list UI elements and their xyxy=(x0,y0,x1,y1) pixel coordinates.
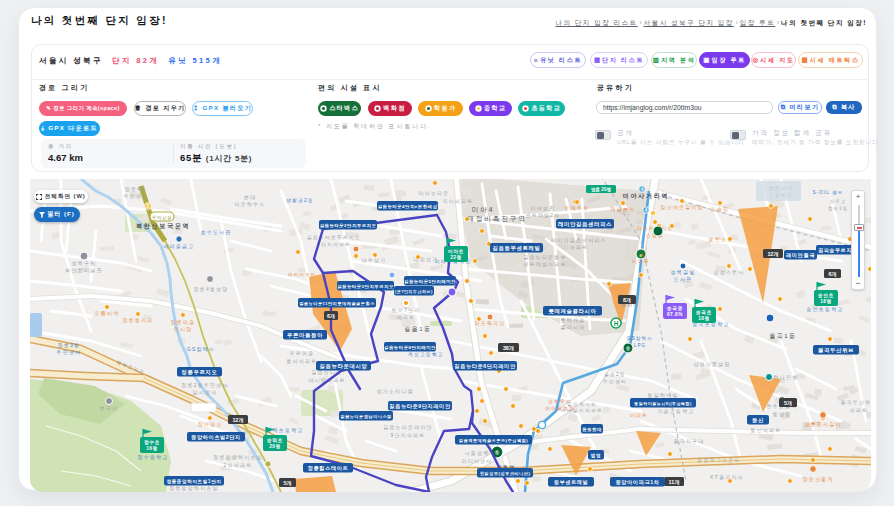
svg-text:길음동부센트레빌: 길음동부센트레빌 xyxy=(493,245,541,252)
svg-text:중앙하이츠빌2단지: 중앙하이츠빌2단지 xyxy=(191,434,241,441)
svg-text:길음뉴타운푸르지오: 길음뉴타운푸르지오 xyxy=(307,235,361,240)
svg-text:대우상가: 대우상가 xyxy=(362,257,387,263)
svg-text:아파트: 아파트 xyxy=(570,244,589,250)
svg-text:이마트: 이마트 xyxy=(630,412,649,418)
svg-text:북한산보국문역: 북한산보국문역 xyxy=(136,222,191,230)
svg-text:성가소비니엘: 성가소비니엘 xyxy=(376,388,413,395)
svg-text:잘산애운갈비집: 잘산애운갈비집 xyxy=(660,204,703,210)
svg-text:중앙아이파크1차: 중앙아이파크1차 xyxy=(616,479,660,486)
svg-text:서울성북: 서울성북 xyxy=(465,450,490,457)
svg-text:미아4: 미아4 xyxy=(472,206,494,213)
svg-text:주민센터: 주민센터 xyxy=(57,349,82,355)
svg-text:정릉마을: 정릉마을 xyxy=(171,319,196,326)
svg-text:38개: 38개 xyxy=(503,345,514,352)
svg-text:정릉힐스테이트: 정릉힐스테이트 xyxy=(307,465,349,472)
svg-text:정릉중앙하이츠빌: 정릉중앙하이츠빌 xyxy=(213,454,263,461)
svg-text:우이신설: 우이신설 xyxy=(152,215,172,220)
svg-text:길음1동: 길음1동 xyxy=(404,326,431,332)
svg-text:재정비촉진구역: 재정비촉진구역 xyxy=(466,215,526,222)
svg-text:6개: 6개 xyxy=(327,313,335,320)
svg-text:9단지아파트: 9단지아파트 xyxy=(391,432,426,438)
svg-text:®: ® xyxy=(626,346,630,352)
svg-text:삼양식품빌딩: 삼양식품빌딩 xyxy=(693,361,730,368)
svg-text:길음뉴타운동부: 길음뉴타운동부 xyxy=(523,254,566,260)
svg-text:GS칼텍스: GS칼텍스 xyxy=(627,336,653,341)
svg-text:월곡두산위브: 월곡두산위브 xyxy=(818,347,854,354)
svg-text:미아사거리역: 미아사거리역 xyxy=(623,192,670,200)
svg-text:정릉중앙하이츠빌: 정릉중앙하이츠빌 xyxy=(169,485,219,492)
svg-text:푸른마을동아: 푸른마을동아 xyxy=(287,332,323,339)
svg-text:푸르마을: 푸르마을 xyxy=(290,350,315,356)
svg-text:동신아파트: 동신아파트 xyxy=(751,427,782,433)
svg-text:길음뉴타운9단지래미안: 길음뉴타운9단지래미안 xyxy=(389,403,451,410)
svg-text:포틀리에: 포틀리에 xyxy=(95,310,120,316)
svg-text:11개: 11개 xyxy=(669,479,680,486)
svg-text:6개: 6개 xyxy=(828,271,836,278)
svg-text:봉국사: 봉국사 xyxy=(100,405,119,411)
svg-text:2단지아파트: 2단지아파트 xyxy=(317,242,351,247)
svg-text:생활권2동: 생활권2동 xyxy=(286,198,314,203)
svg-text:정릉3동: 정릉3동 xyxy=(58,342,81,349)
svg-text:정릉4동: 정릉4동 xyxy=(125,186,148,193)
svg-text:길음뉴타운대시앙: 길음뉴타운대시앙 xyxy=(320,363,368,370)
svg-text:미아뉴타운: 미아뉴타운 xyxy=(419,190,450,196)
svg-text:길음뉴타운6단지래미안: 길음뉴타운6단지래미안 xyxy=(454,363,516,370)
svg-text:정위1동: 정위1동 xyxy=(828,206,849,211)
svg-text:청수도서관: 청수도서관 xyxy=(201,229,232,236)
svg-text:12개: 12개 xyxy=(232,417,243,424)
svg-text:하나은행: 하나은행 xyxy=(774,374,799,381)
svg-text:장윤산꽃게: 장윤산꽃게 xyxy=(803,476,834,482)
svg-text:5개: 5개 xyxy=(784,400,792,407)
svg-text:천주교: 천주교 xyxy=(829,199,846,204)
svg-text:최만린미술관: 최만린미술관 xyxy=(65,267,102,273)
svg-text:KT월곡지사: KT월곡지사 xyxy=(710,474,744,480)
svg-text:67.8%: 67.8% xyxy=(667,312,683,317)
svg-text:파리바게뜨: 파리바게뜨 xyxy=(288,272,316,277)
svg-text:12개: 12개 xyxy=(767,251,778,258)
svg-text:도서관: 도서관 xyxy=(674,276,693,282)
svg-text:래미안월곡: 래미안월곡 xyxy=(786,252,815,259)
svg-text:두레주유: 두레주유 xyxy=(565,205,590,211)
svg-text:LPG: LPG xyxy=(634,343,647,348)
svg-text:월곡지구대: 월곡지구대 xyxy=(674,438,705,444)
svg-text:새마을금고: 새마을금고 xyxy=(164,243,195,249)
svg-text:타운하우스: 타운하우스 xyxy=(235,201,266,207)
svg-text:올림픽그라운드: 올림픽그라운드 xyxy=(697,457,740,463)
svg-text:길음2동: 길음2동 xyxy=(604,372,626,377)
svg-text:동부센트레빌: 동부센트레빌 xyxy=(554,479,589,486)
svg-text:센트레빌아파트: 센트레빌아파트 xyxy=(523,261,566,267)
svg-text:제일분식: 제일분식 xyxy=(610,206,636,212)
svg-text:성북길빛: 성북길빛 xyxy=(671,269,696,276)
svg-text:5개: 5개 xyxy=(283,480,291,487)
svg-text:기술고등학교: 기술고등학교 xyxy=(657,408,694,414)
svg-text:래미안길음센터피스: 래미안길음센터피스 xyxy=(558,221,612,228)
svg-text:임시청사: 임시청사 xyxy=(193,389,218,396)
svg-text:8개: 8개 xyxy=(623,297,631,304)
svg-text:정릉2동주민센터: 정릉2동주민센터 xyxy=(181,382,228,389)
svg-text:정수중학교: 정수중학교 xyxy=(138,454,169,461)
svg-text:동아아파트: 동아아파트 xyxy=(287,358,318,364)
svg-text:아파트: 아파트 xyxy=(397,314,416,320)
svg-text:꼬숩집: 꼬숩집 xyxy=(711,206,730,212)
svg-text:동신: 동신 xyxy=(752,417,764,424)
svg-text:클라시아: 클라시아 xyxy=(561,324,586,330)
svg-text:월곡1동: 월곡1동 xyxy=(769,333,796,339)
svg-text:성북구립: 성북구립 xyxy=(72,260,97,267)
svg-text:정릉4동성당: 정릉4동성당 xyxy=(194,286,229,293)
svg-text:월곡두산위브: 월곡두산위브 xyxy=(840,399,871,405)
svg-text:장어명산: 장어명산 xyxy=(198,421,223,428)
svg-text:자이아파트: 자이아파트 xyxy=(443,198,474,204)
svg-text:미아승전: 미아승전 xyxy=(531,205,556,211)
svg-text:센트레빌2차: 센트레빌2차 xyxy=(526,212,561,218)
svg-text:롯데캐슬: 롯데캐슬 xyxy=(561,317,586,323)
svg-text:H: H xyxy=(614,320,619,327)
svg-text:인시장: 인시장 xyxy=(174,326,193,332)
svg-text:®: ® xyxy=(495,450,499,456)
svg-text:숭인초등학교: 숭인초등학교 xyxy=(806,306,843,312)
svg-text:정릉푸르지오: 정릉푸르지오 xyxy=(182,369,218,376)
svg-text:삼성스토어: 삼성스토어 xyxy=(714,269,745,276)
svg-text:아파트: 아파트 xyxy=(850,407,869,413)
svg-text:미디어센터: 미디어센터 xyxy=(462,458,493,464)
svg-text:명륜진사갈비: 명륜진사갈비 xyxy=(804,421,841,428)
svg-text:길음뉴타운래미안: 길음뉴타운래미안 xyxy=(383,424,433,430)
